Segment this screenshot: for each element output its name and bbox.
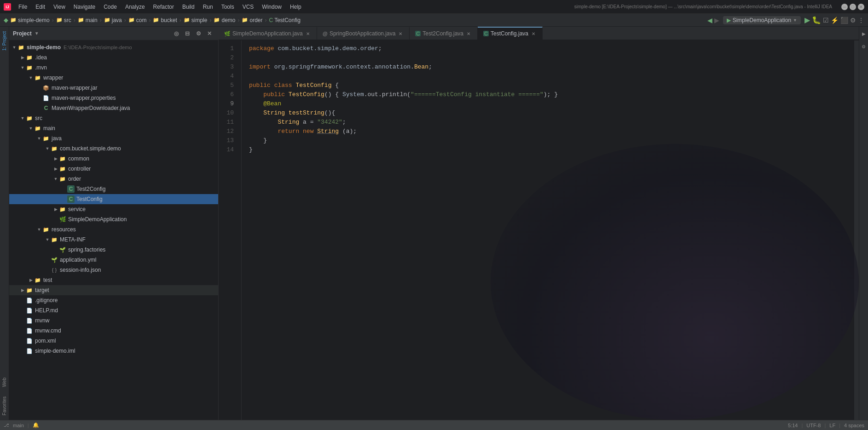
menu-vcs[interactable]: VCS xyxy=(239,3,258,11)
minimize-button[interactable]: ─ xyxy=(841,4,848,10)
menu-navigate[interactable]: Navigate xyxy=(70,3,99,11)
menu-tools[interactable]: Tools xyxy=(218,3,238,11)
breadcrumb-src[interactable]: 📁 src xyxy=(56,17,71,23)
java-config-icon: C xyxy=(67,185,75,193)
menu-edit[interactable]: Edit xyxy=(32,3,49,11)
menu-window[interactable]: Window xyxy=(258,3,285,11)
tree-item-help-md[interactable]: ▶ 📄 HELP.md xyxy=(9,305,218,315)
tab-close-button[interactable]: ✕ xyxy=(397,30,404,37)
tree-item-src[interactable]: ▼ 📁 src xyxy=(9,113,218,123)
tree-item-simple-iml[interactable]: ▶ 📄 simple-demo.iml xyxy=(9,346,218,356)
tree-item-gitignore[interactable]: ▶ 📄 .gitignore xyxy=(9,295,218,305)
breadcrumb-order[interactable]: 📁 order xyxy=(242,17,262,23)
menu-run[interactable]: Run xyxy=(199,3,217,11)
tab-simpledemoapp[interactable]: 🌿 SimpleDemoApplication.java ✕ xyxy=(219,27,317,40)
tab-close-button[interactable]: ✕ xyxy=(465,30,472,37)
folder-icon: 📁 xyxy=(56,17,63,23)
tree-item-resources[interactable]: ▼ 📁 resources xyxy=(9,224,218,235)
right-sidebar-btn-2[interactable]: ⚙ xyxy=(859,41,868,52)
run-button[interactable]: ▶ xyxy=(804,16,810,24)
status-separator3: | xyxy=(824,423,826,428)
breadcrumb-simple[interactable]: 📁 simple xyxy=(184,17,208,23)
status-bar-build: 🔔 xyxy=(33,422,39,428)
breadcrumb-testconfig[interactable]: C TestConfig xyxy=(269,17,301,23)
tree-item-idea[interactable]: ▶ 📁 .idea xyxy=(9,52,218,63)
more-options-icon[interactable]: ⋮ xyxy=(858,17,864,24)
tree-item-common[interactable]: ▶ 📁 common xyxy=(9,154,218,164)
tree-label-test: test xyxy=(43,277,52,283)
breadcrumb-bucket[interactable]: 📁 bucket xyxy=(153,17,177,23)
menu-refactor[interactable]: Refactor xyxy=(150,3,178,11)
project-panel-dropdown-icon[interactable]: ▼ xyxy=(35,31,39,36)
breadcrumb-demo[interactable]: 📁 demo xyxy=(214,17,235,23)
tree-item-java[interactable]: ▼ 📁 java xyxy=(9,133,218,143)
tree-item-mvnw-cmd[interactable]: ▶ 📄 mvnw.cmd xyxy=(9,326,218,336)
navigate-back-icon[interactable]: ◀ xyxy=(707,17,712,24)
line-num-13: 13 xyxy=(219,136,237,145)
navigate-forward-icon[interactable]: ▶ xyxy=(714,17,719,24)
maximize-button[interactable]: □ xyxy=(850,4,856,10)
folder-icon: 📁 xyxy=(153,17,159,23)
menu-help[interactable]: Help xyxy=(286,3,305,11)
run-config-selector[interactable]: ▶ SimpleDemoApplication ▼ xyxy=(723,16,801,24)
menu-analyze[interactable]: Analyze xyxy=(122,3,149,11)
code-content[interactable]: package com.bucket.simple.demo.order; im… xyxy=(242,40,854,420)
tree-item-maven-jar[interactable]: ▶ 📦 maven-wrapper.jar xyxy=(9,83,218,93)
tree-item-controller[interactable]: ▶ 📁 controller xyxy=(9,164,218,174)
tab-springbootapp[interactable]: @ SpringBootApplication.java ✕ xyxy=(317,27,410,40)
tree-item-wrapper[interactable]: ▼ 📁 wrapper xyxy=(9,73,218,83)
panel-settings-button[interactable]: ⚙ xyxy=(193,29,203,39)
tree-item-test2config[interactable]: ▶ C Test2Config xyxy=(9,184,218,194)
settings-build-icon[interactable]: ⚙ xyxy=(850,17,856,24)
locate-in-tree-button[interactable]: ◎ xyxy=(171,29,181,39)
tree-item-simpledemoapp[interactable]: ▶ 🌿 SimpleDemoApplication xyxy=(9,214,218,224)
tree-item-mvnw[interactable]: ▶ 📄 mvnw xyxy=(9,315,218,326)
breadcrumb-java[interactable]: 📁 java xyxy=(104,17,122,23)
collapse-all-button[interactable]: ⊟ xyxy=(182,29,192,39)
profile-button[interactable]: ⚡ xyxy=(831,17,839,24)
tree-item-service[interactable]: ▶ 📁 service xyxy=(9,204,218,214)
breadcrumb-simple-demo[interactable]: 📁 simple-demo xyxy=(10,17,50,23)
favorites-tab-vertical[interactable]: Favorites xyxy=(0,392,9,420)
tree-item-target[interactable]: ▶ 📁 target xyxy=(9,285,218,295)
status-bar-text[interactable]: main xyxy=(13,423,24,428)
menu-view[interactable]: View xyxy=(50,3,69,11)
tree-item-root[interactable]: ▼ 📁 simple-demo E:\IDEA-Projects\simple-… xyxy=(9,42,218,52)
tree-label-gitignore: .gitignore xyxy=(35,297,58,304)
panel-hide-button[interactable]: ✕ xyxy=(204,29,214,39)
stop-button[interactable]: ⬛ xyxy=(840,17,848,24)
tab-close-button[interactable]: ✕ xyxy=(530,30,537,37)
tree-item-test[interactable]: ▶ 📁 test xyxy=(9,275,218,285)
breadcrumb-com[interactable]: 📁 com xyxy=(128,17,147,23)
tree-item-session-info[interactable]: ▶ { } session-info.json xyxy=(9,265,218,275)
tab-testconfig[interactable]: C TestConfig.java ✕ xyxy=(478,27,543,40)
breadcrumb-main[interactable]: 📁 main xyxy=(78,17,98,23)
coverage-button[interactable]: ☑ xyxy=(823,17,829,24)
close-button[interactable]: ✕ xyxy=(858,4,864,10)
tree-item-main[interactable]: ▼ 📁 main xyxy=(9,123,218,133)
code-editor[interactable]: 1 2 3 4 5 ▶▶ 6 9 🫘 10 11 12 13 14 xyxy=(219,40,859,420)
menu-file[interactable]: File xyxy=(15,3,31,11)
tree-item-testconfig[interactable]: ▶ C TestConfig xyxy=(9,194,218,204)
web-tab-vertical[interactable]: Web xyxy=(0,373,9,391)
menu-build[interactable]: Build xyxy=(179,3,198,11)
tree-item-com-bucket[interactable]: ▼ 📁 com.bucket.simple.demo xyxy=(9,143,218,154)
git-icon: 📄 xyxy=(26,297,33,304)
tree-item-order[interactable]: ▼ 📁 order xyxy=(9,174,218,184)
code-line-10: String testString(){ xyxy=(249,109,847,118)
tree-item-pom-xml[interactable]: ▶ 📄 pom.xml xyxy=(9,336,218,346)
tree-item-spring-factories[interactable]: ▶ 🌱 spring.factories xyxy=(9,245,218,255)
tree-item-meta-inf[interactable]: ▼ 📁 META-INF xyxy=(9,235,218,245)
tree-item-maven-dl[interactable]: ▶ C MavenWrapperDownloader.java xyxy=(9,103,218,113)
tree-item-mvn[interactable]: ▼ 📁 .mvn xyxy=(9,63,218,73)
tab-test2config[interactable]: C Test2Config.java ✕ xyxy=(410,27,478,40)
menu-code[interactable]: Code xyxy=(100,3,121,11)
folder-icon: 📁 xyxy=(42,135,50,142)
right-sidebar-btn-1[interactable]: ▶ xyxy=(859,29,868,39)
tree-item-application-yml[interactable]: ▶ 🌱 application.yml xyxy=(9,255,218,265)
project-tab-vertical[interactable]: 1: Project xyxy=(0,27,9,55)
editor-scrollbar[interactable] xyxy=(854,40,859,420)
debug-button[interactable]: 🐛 xyxy=(812,16,821,24)
tree-item-maven-props[interactable]: ▶ 📄 maven-wrapper.properties xyxy=(9,93,218,103)
tab-close-button[interactable]: ✕ xyxy=(305,30,311,37)
